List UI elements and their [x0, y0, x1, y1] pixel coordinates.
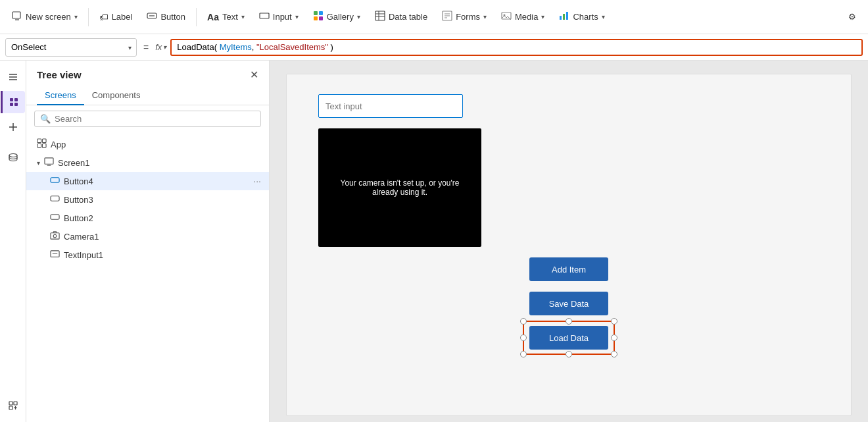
tree-item-app[interactable]: App [26, 135, 269, 153]
tree-title: Tree view [37, 69, 82, 80]
search-input[interactable] [55, 114, 255, 124]
media-chevron: ▾ [541, 13, 544, 20]
handle-top-right[interactable] [611, 318, 617, 325]
svg-rect-39 [42, 144, 46, 147]
handle-mid-left[interactable] [520, 334, 527, 341]
button4-more-icon[interactable]: ··· [253, 176, 261, 186]
tree-search: 🔍 [34, 111, 261, 127]
add-item-label: Add Item [552, 265, 586, 275]
formula-code: LoadData( MyItems, "LocalSavedItems" ) [177, 43, 333, 53]
sidebar-data-icon[interactable] [2, 146, 24, 169]
handle-top-left[interactable] [520, 318, 527, 325]
toolbar-divider-1 [88, 8, 89, 26]
sidebar-add-icon[interactable] [2, 116, 24, 138]
tree-items: App ▾ Screen1 Button4 ··· [26, 132, 269, 422]
input-label: Input [273, 12, 292, 22]
tree-item-textinput1[interactable]: TextInput1 [26, 246, 269, 264]
handle-mid-right[interactable] [611, 334, 617, 341]
formula-property-select[interactable]: OnSelect [5, 38, 137, 57]
save-data-label: Save Data [549, 299, 589, 309]
settings-button[interactable]: ⚙ [842, 8, 863, 26]
tree-item-button2-label: Button2 [64, 213, 261, 223]
charts-label: Charts [573, 12, 598, 22]
svg-point-30 [9, 154, 17, 157]
handle-bottom-center[interactable] [566, 351, 572, 357]
tree-item-screen1[interactable]: ▾ Screen1 [26, 153, 269, 172]
settings-icon: ⚙ [848, 12, 856, 22]
camera1-icon [50, 230, 60, 242]
tree-item-button2[interactable]: Button2 [26, 209, 269, 227]
sidebar-power-icon[interactable] [2, 394, 24, 417]
svg-rect-36 [37, 139, 41, 143]
new-screen-label: New screen [26, 12, 71, 22]
tree-item-button4-label: Button4 [64, 176, 249, 186]
svg-rect-32 [14, 402, 17, 405]
formula-input[interactable]: LoadData( MyItems, "LocalSavedItems" ) [170, 39, 863, 56]
forms-chevron: ▾ [483, 13, 487, 20]
input-icon [259, 11, 270, 23]
tree-tabs: Screens Components [26, 86, 269, 105]
svg-rect-27 [14, 103, 18, 106]
tab-components[interactable]: Components [84, 86, 149, 105]
svg-rect-40 [45, 158, 53, 164]
media-button[interactable]: Media ▾ [494, 7, 551, 27]
button-tool-button[interactable]: Button [140, 7, 192, 27]
svg-rect-18 [560, 16, 562, 20]
search-icon: 🔍 [40, 114, 51, 124]
tree-item-button4[interactable]: Button4 ··· [26, 172, 269, 190]
datatable-button[interactable]: Data table [368, 7, 434, 27]
tree-item-camera1[interactable]: Camera1 [26, 227, 269, 246]
gallery-button[interactable]: Gallery ▾ [306, 7, 367, 27]
toolbar-right: ⚙ [842, 8, 863, 26]
load-data-label: Load Data [549, 333, 589, 343]
charts-icon [559, 11, 569, 23]
add-item-button[interactable]: Add Item [529, 257, 608, 281]
svg-rect-33 [9, 406, 12, 409]
formula-var: MyItems [217, 42, 252, 52]
textinput1-icon [50, 249, 60, 261]
tree-item-button3[interactable]: Button3 [26, 190, 269, 209]
app-canvas: Your camera isn't set up, or you're alre… [286, 74, 852, 416]
svg-rect-2 [260, 13, 269, 18]
svg-rect-4 [314, 11, 318, 15]
button3-icon [50, 194, 60, 205]
svg-rect-38 [37, 144, 41, 147]
formula-bar: OnSelect = fx ▾ LoadData( MyItems, "Loca… [0, 34, 868, 61]
camera-view: Your camera isn't set up, or you're alre… [318, 128, 481, 247]
sidebar-menu-icon[interactable] [2, 66, 24, 88]
svg-rect-44 [51, 215, 59, 220]
handle-bottom-left[interactable] [520, 351, 527, 357]
text-input-control[interactable] [318, 94, 463, 118]
charts-chevron: ▾ [602, 13, 605, 20]
handle-top-center[interactable] [566, 318, 572, 325]
label-button[interactable]: 🏷 Label [93, 8, 139, 26]
new-screen-button[interactable]: New screen ▾ [5, 7, 84, 27]
screen1-chevron: ▾ [37, 159, 40, 167]
svg-rect-20 [566, 12, 568, 20]
svg-rect-45 [51, 233, 59, 239]
load-data-wrapper: Load Data [529, 326, 608, 350]
input-button[interactable]: Input ▾ [253, 7, 305, 27]
charts-button[interactable]: Charts ▾ [552, 7, 611, 27]
load-data-button[interactable]: Load Data [529, 326, 608, 350]
svg-rect-0 [12, 12, 20, 18]
tree-panel: Tree view ✕ Screens Components 🔍 App ▾ [26, 61, 270, 422]
forms-button[interactable]: Forms ▾ [435, 7, 493, 27]
input-chevron: ▾ [295, 13, 299, 20]
gallery-label: Gallery [327, 12, 354, 22]
datatable-label: Data table [389, 12, 427, 22]
text-button[interactable]: Aa Text ▾ [201, 8, 251, 26]
save-data-button[interactable]: Save Data [529, 292, 608, 315]
sidebar-treeview-icon[interactable] [1, 91, 25, 113]
handle-bottom-right[interactable] [611, 351, 617, 357]
tab-screens[interactable]: Screens [37, 86, 84, 105]
text-label: Text [222, 12, 238, 22]
gallery-icon [313, 11, 324, 23]
tree-close-button[interactable]: ✕ [250, 68, 258, 81]
text-icon: Aa [207, 12, 219, 22]
camera-message: Your camera isn't set up, or you're alre… [318, 178, 481, 197]
button2-icon [50, 212, 60, 224]
tree-item-button3-label: Button3 [64, 195, 261, 205]
toolbar: New screen ▾ 🏷 Label Button Aa Text ▾ In… [0, 0, 868, 34]
toolbar-divider-2 [196, 8, 197, 26]
